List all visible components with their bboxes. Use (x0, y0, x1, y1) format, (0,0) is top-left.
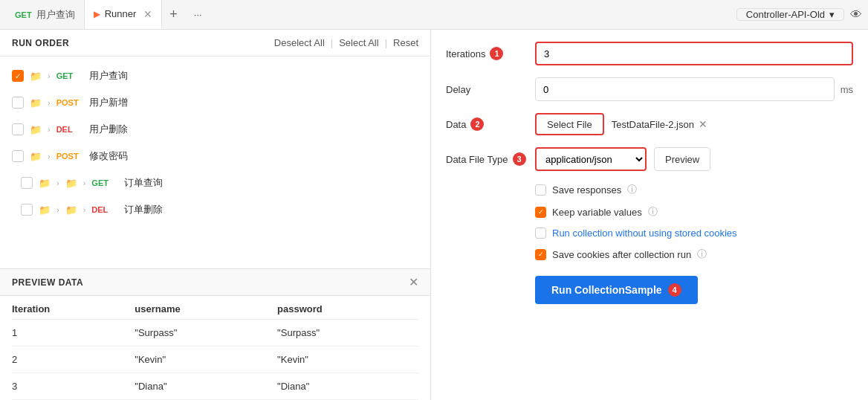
method-badge: POST (56, 152, 83, 161)
item-checkbox[interactable] (12, 123, 24, 135)
cell-username: "Kevin" (135, 346, 277, 373)
chevron-right-icon: › (48, 71, 51, 80)
run-order-actions: Deselect All | Select All | Reset (274, 37, 418, 48)
cell-password: "Surpass" (277, 320, 418, 346)
add-tab-button[interactable]: + (162, 7, 185, 22)
run-without-cookies-label: Run collection without using stored cook… (552, 228, 737, 239)
col-username: username (135, 296, 277, 320)
col-iteration: Iteration (12, 296, 135, 320)
reset-button[interactable]: Reset (393, 37, 418, 48)
data-file-type-label: Data File Type 3 (446, 152, 535, 166)
preview-close-button[interactable]: ✕ (409, 275, 418, 289)
delay-input[interactable] (535, 77, 835, 101)
env-name: Controller-API-Old (746, 9, 825, 20)
cell-username: "Diana" (135, 373, 277, 400)
folder-icon: 📁 (30, 124, 42, 135)
save-responses-info-icon[interactable]: ⓘ (627, 183, 637, 196)
file-type-select[interactable]: application/json text/csv (535, 147, 647, 171)
request-list: 📁 › GET 用户查询 📁 › POST 用户新增 📁 › DEL 用户删除 (0, 57, 430, 268)
run-btn-label: Run CollectionSample (551, 284, 662, 296)
step-2-badge: 2 (470, 117, 484, 131)
select-file-button[interactable]: Select File (535, 113, 604, 135)
iterations-input[interactable] (535, 42, 853, 65)
run-order-header: RUN ORDER Deselect All | Select All | Re… (0, 30, 430, 57)
delay-row: Delay ms (446, 77, 853, 101)
method-badge: DEL (56, 125, 83, 134)
preview-button[interactable]: Preview (654, 147, 710, 171)
runner-icon: ▶ (94, 9, 100, 19)
item-checkbox[interactable] (21, 177, 33, 189)
chevron-right-icon: › (48, 125, 51, 134)
method-badge: GET (91, 178, 118, 187)
save-cookies-info-icon[interactable]: ⓘ (697, 248, 707, 261)
data-file-type-row: Data File Type 3 application/json text/c… (446, 147, 853, 171)
save-responses-label: Save responses (552, 184, 621, 196)
table-row: 1"Surpass""Surpass" (12, 320, 418, 346)
folder-icon: 📁 (39, 178, 51, 189)
iterations-row: Iterations 1 (446, 42, 853, 65)
folder-icon: 📁 (39, 204, 51, 216)
data-file-remove-button[interactable]: ✕ (699, 118, 707, 130)
step-3-badge: 3 (513, 152, 526, 166)
folder-icon: 📁 (30, 151, 42, 162)
data-row: Data 2 Select File TestDataFile-2.json ✕ (446, 113, 853, 135)
tab-runner-label: Runner (105, 8, 137, 19)
run-without-cookies-row: Run collection without using stored cook… (446, 228, 853, 239)
item-checkbox[interactable] (12, 97, 24, 109)
preview-data-section: PREVIEW DATA ✕ Iteration username passwo… (0, 268, 430, 400)
cell-iteration: 3 (12, 373, 135, 400)
left-panel: RUN ORDER Deselect All | Select All | Re… (0, 30, 431, 400)
run-collection-button[interactable]: Run CollectionSample 4 (535, 276, 698, 304)
preview-data-header: PREVIEW DATA ✕ (0, 269, 430, 296)
save-responses-checkbox[interactable] (535, 184, 546, 196)
folder-icon: 📁 (30, 97, 42, 109)
item-checkbox[interactable] (21, 204, 33, 216)
keep-variable-info-icon[interactable]: ⓘ (648, 205, 658, 219)
request-name: 修改密码 (89, 149, 128, 163)
save-responses-row: Save responses ⓘ (446, 183, 853, 196)
item-checkbox[interactable] (12, 150, 24, 162)
tab-get-user-query[interactable]: GET 用户查询 (6, 0, 85, 29)
step-1-badge: 1 (490, 47, 503, 60)
data-file-name: TestDataFile-2.json (612, 119, 694, 130)
keep-variable-checkbox[interactable] (535, 207, 546, 218)
keep-variable-label: Keep variable values (552, 207, 642, 218)
tab-name: 用户查询 (36, 8, 75, 22)
save-cookies-row: Save cookies after collection run ⓘ (446, 248, 853, 261)
list-item[interactable]: 📁 › 📁 › DEL 订单删除 (0, 196, 430, 223)
tab-runner[interactable]: ▶ Runner ✕ (85, 0, 163, 29)
list-item[interactable]: 📁 › POST 用户新增 (0, 89, 430, 116)
select-all-button[interactable]: Select All (339, 37, 378, 48)
tab-close-icon[interactable]: ✕ (143, 8, 152, 20)
env-selector[interactable]: Controller-API-Old ▾ (736, 8, 844, 21)
chevron-right-icon: › (83, 178, 86, 187)
save-cookies-checkbox[interactable] (535, 249, 546, 260)
eye-icon[interactable]: 👁 (850, 8, 862, 22)
cell-iteration: 2 (12, 346, 135, 373)
method-badge: GET (56, 71, 83, 80)
delay-label: Delay (446, 84, 535, 95)
iterations-label: Iterations 1 (446, 47, 535, 60)
list-item[interactable]: 📁 › POST 修改密码 (0, 143, 430, 170)
run-without-cookies-checkbox[interactable] (535, 228, 546, 239)
deselect-all-button[interactable]: Deselect All (274, 37, 325, 48)
list-item[interactable]: 📁 › GET 用户查询 (0, 62, 430, 89)
tab-bar: GET 用户查询 ▶ Runner ✕ + ··· Controller-API… (0, 0, 868, 30)
method-label: GET (15, 10, 32, 19)
right-panel: Iterations 1 Delay ms Data 2 Select File… (431, 30, 868, 400)
list-item[interactable]: 📁 › 📁 › GET 订单查询 (0, 170, 430, 196)
chevron-right-icon: › (56, 205, 59, 214)
folder-icon-nested: 📁 (65, 178, 77, 189)
data-label: Data 2 (446, 117, 535, 131)
table-row: 2"Kevin""Kevin" (12, 346, 418, 373)
keep-variable-row: Keep variable values ⓘ (446, 205, 853, 219)
cell-username: "Surpass" (135, 320, 277, 346)
list-item[interactable]: 📁 › DEL 用户删除 (0, 116, 430, 143)
chevron-right-icon: › (56, 178, 59, 187)
folder-icon: 📁 (30, 71, 42, 82)
tab-more-button[interactable]: ··· (185, 0, 211, 29)
cell-iteration: 1 (12, 320, 135, 346)
item-checkbox[interactable] (12, 70, 24, 82)
preview-data-title: PREVIEW DATA (12, 277, 83, 288)
main-area: RUN ORDER Deselect All | Select All | Re… (0, 30, 868, 400)
